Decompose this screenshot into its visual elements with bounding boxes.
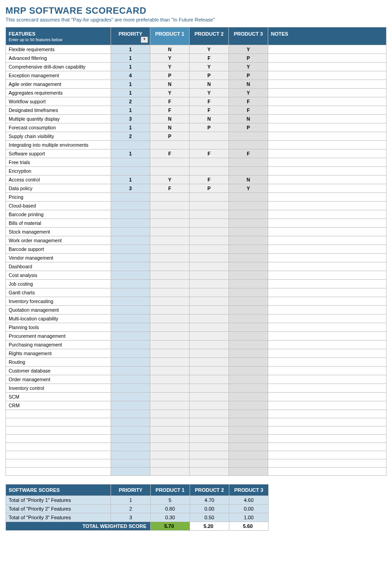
cell-notes[interactable] — [268, 410, 387, 418]
cell-priority[interactable] — [111, 323, 150, 332]
cell-feature[interactable] — [6, 418, 111, 426]
cell-product1[interactable]: Y — [150, 89, 190, 97]
cell-product3[interactable] — [229, 459, 268, 468]
cell-notes[interactable] — [268, 297, 387, 306]
cell-priority[interactable] — [111, 375, 150, 384]
cell-product1[interactable]: N — [150, 45, 190, 54]
cell-feature[interactable]: Job costing — [6, 280, 111, 288]
cell-product1[interactable]: F — [150, 106, 190, 115]
cell-product2[interactable]: F — [190, 106, 229, 115]
cell-product3[interactable] — [229, 254, 268, 262]
cell-feature[interactable]: Rights management — [6, 349, 111, 358]
cell-product2[interactable] — [190, 254, 229, 262]
cell-feature[interactable]: Designated timeframes — [6, 106, 111, 115]
cell-priority[interactable]: 1 — [111, 54, 150, 63]
cell-product1[interactable] — [150, 158, 190, 167]
cell-priority[interactable] — [111, 435, 150, 443]
cell-feature[interactable]: Multi-location capability — [6, 314, 111, 323]
cell-product3[interactable] — [229, 288, 268, 297]
cell-product3[interactable]: N — [229, 176, 268, 184]
cell-notes[interactable] — [268, 280, 387, 288]
cell-product2[interactable] — [190, 418, 229, 426]
cell-priority[interactable] — [111, 210, 150, 219]
cell-priority[interactable] — [111, 332, 150, 341]
cell-product3[interactable] — [229, 280, 268, 288]
cell-feature[interactable]: Vendor management — [6, 254, 111, 262]
cell-notes[interactable] — [268, 123, 387, 132]
cell-product2[interactable] — [190, 193, 229, 202]
cell-priority[interactable]: 3 — [111, 184, 150, 193]
cell-product1[interactable] — [150, 451, 190, 459]
cell-priority[interactable]: 1 — [111, 149, 150, 158]
cell-product2[interactable] — [190, 323, 229, 332]
cell-product3[interactable] — [229, 426, 268, 435]
cell-priority[interactable] — [111, 306, 150, 314]
cell-notes[interactable] — [268, 228, 387, 236]
cell-notes[interactable] — [268, 106, 387, 115]
cell-product3[interactable] — [229, 418, 268, 426]
cell-product3[interactable] — [229, 297, 268, 306]
cell-product3[interactable] — [229, 375, 268, 384]
cell-notes[interactable] — [268, 459, 387, 468]
cell-product2[interactable]: F — [190, 176, 229, 184]
cell-notes[interactable] — [268, 210, 387, 219]
cell-product2[interactable] — [190, 367, 229, 375]
cell-notes[interactable] — [268, 54, 387, 63]
cell-product2[interactable] — [190, 393, 229, 401]
cell-notes[interactable] — [268, 254, 387, 262]
cell-product2[interactable] — [190, 468, 229, 476]
cell-priority[interactable] — [111, 443, 150, 451]
cell-priority[interactable] — [111, 459, 150, 468]
cell-feature[interactable]: Forecast consumption — [6, 123, 111, 132]
cell-priority[interactable] — [111, 314, 150, 323]
cell-priority[interactable] — [111, 297, 150, 306]
cell-priority[interactable] — [111, 410, 150, 418]
cell-notes[interactable] — [268, 384, 387, 393]
cell-priority[interactable] — [111, 158, 150, 167]
cell-notes[interactable] — [268, 375, 387, 384]
cell-product2[interactable] — [190, 288, 229, 297]
cell-priority[interactable] — [111, 167, 150, 176]
cell-product1[interactable]: Y — [150, 176, 190, 184]
cell-product2[interactable]: P — [190, 184, 229, 193]
cell-product1[interactable] — [150, 297, 190, 306]
cell-product2[interactable]: Y — [190, 89, 229, 97]
cell-priority[interactable] — [111, 367, 150, 375]
cell-product1[interactable] — [150, 375, 190, 384]
cell-notes[interactable] — [268, 332, 387, 341]
cell-product1[interactable] — [150, 314, 190, 323]
cell-priority[interactable]: 3 — [111, 115, 150, 123]
cell-feature[interactable]: Dashboard — [6, 262, 111, 271]
cell-notes[interactable] — [268, 115, 387, 123]
cell-feature[interactable]: Cloud-based — [6, 202, 111, 210]
cell-notes[interactable] — [268, 358, 387, 367]
cell-feature[interactable]: Access control — [6, 176, 111, 184]
cell-product3[interactable] — [229, 332, 268, 341]
cell-product1[interactable] — [150, 468, 190, 476]
cell-priority[interactable] — [111, 236, 150, 245]
cell-product2[interactable] — [190, 167, 229, 176]
cell-product2[interactable] — [190, 236, 229, 245]
cell-feature[interactable]: Integrating into multiple environments — [6, 141, 111, 149]
cell-priority[interactable]: 2 — [111, 132, 150, 141]
cell-notes[interactable] — [268, 176, 387, 184]
cell-product3[interactable]: P — [229, 71, 268, 80]
cell-feature[interactable]: Gantt charts — [6, 288, 111, 297]
cell-feature[interactable]: Software support — [6, 149, 111, 158]
cell-product3[interactable] — [229, 401, 268, 410]
cell-notes[interactable] — [268, 71, 387, 80]
cell-product2[interactable] — [190, 384, 229, 393]
cell-notes[interactable] — [268, 401, 387, 410]
cell-product1[interactable] — [150, 167, 190, 176]
cell-product2[interactable] — [190, 202, 229, 210]
cell-feature[interactable] — [6, 443, 111, 451]
cell-product3[interactable]: Y — [229, 45, 268, 54]
cell-notes[interactable] — [268, 418, 387, 426]
cell-notes[interactable] — [268, 314, 387, 323]
cell-product1[interactable] — [150, 202, 190, 210]
col-priority[interactable]: PRIORITY ▾ — [111, 27, 150, 45]
cell-product3[interactable] — [229, 314, 268, 323]
cell-product1[interactable] — [150, 306, 190, 314]
cell-priority[interactable] — [111, 451, 150, 459]
cell-product1[interactable]: F — [150, 149, 190, 158]
